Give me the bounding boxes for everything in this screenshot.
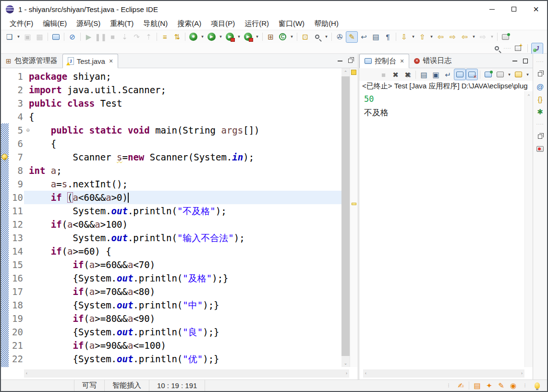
code-line[interactable]: 4{ bbox=[1, 110, 341, 123]
debug-view-icon[interactable]: ✱ bbox=[534, 105, 546, 118]
mark-occurrences-icon[interactable]: ✎ bbox=[346, 31, 358, 43]
scroll-right-icon[interactable]: › bbox=[521, 371, 523, 376]
code-line[interactable]: 10 if (a<60&&a>0) bbox=[1, 191, 341, 204]
minimize-button[interactable] bbox=[481, 1, 503, 17]
menu-item[interactable]: 项目(P) bbox=[206, 18, 240, 29]
display-selected-console-icon[interactable] bbox=[494, 69, 506, 80]
code-lines[interactable]: 1package shiyan;2import java.util.Scanne… bbox=[1, 68, 341, 367]
code-line[interactable]: 16 {System.out.println("及格");} bbox=[1, 271, 341, 285]
fold-collapse-icon[interactable]: ⊖ bbox=[26, 123, 30, 137]
code-text[interactable]: if(a>=70&&a<80) bbox=[24, 285, 341, 298]
overview-warning-marker[interactable] bbox=[352, 203, 356, 205]
show-whitespace-icon[interactable]: ¶ bbox=[382, 31, 394, 43]
maximize-view-icon[interactable] bbox=[523, 59, 528, 63]
step-over-icon[interactable]: ↷ bbox=[131, 31, 143, 43]
code-line[interactable]: 19 if(a>=80&&a<90) bbox=[1, 312, 341, 325]
scroll-down-icon[interactable]: ⌄ bbox=[341, 359, 350, 367]
code-text[interactable]: if(a>=60) { bbox=[24, 245, 341, 258]
forward-icon[interactable]: ⇨ bbox=[477, 31, 489, 43]
next-edit-location-icon[interactable]: ⇩ bbox=[398, 31, 410, 43]
new-java-project-icon[interactable]: ⊞ bbox=[265, 31, 277, 43]
back-icon[interactable]: ⇦ bbox=[459, 31, 471, 43]
close-button[interactable]: × bbox=[525, 1, 547, 17]
open-console-icon[interactable] bbox=[512, 69, 524, 80]
coverage-dropdown-icon[interactable]: ▾ bbox=[236, 31, 242, 43]
menu-item[interactable]: 文件(F) bbox=[5, 18, 38, 29]
console-vertical-scrollbar[interactable]: ⌃ bbox=[524, 91, 533, 367]
overview-ruler[interactable] bbox=[350, 68, 357, 367]
code-text[interactable]: if(a>=80&&a<90) bbox=[24, 312, 341, 325]
step-return-icon[interactable]: ⇡ bbox=[143, 31, 155, 43]
next-edit-dropdown-icon[interactable]: ▾ bbox=[410, 31, 416, 43]
open-console-dropdown-icon[interactable]: ▾ bbox=[524, 69, 531, 80]
remove-launch-icon[interactable]: ✖ bbox=[390, 69, 402, 80]
code-line[interactable]: 3public class Test bbox=[1, 97, 341, 110]
code-line[interactable]: 8int a; bbox=[1, 164, 341, 177]
learn-icon[interactable]: ✦ bbox=[483, 380, 495, 392]
new-wizard-icon[interactable]: ❏ bbox=[3, 31, 15, 43]
code-text[interactable]: public class Test bbox=[24, 97, 341, 110]
code-text[interactable]: package shiyan; bbox=[24, 70, 341, 83]
save-all-icon[interactable]: ▦ bbox=[34, 31, 46, 43]
code-line[interactable]: 15 if(a>=60&&a<70) bbox=[1, 258, 341, 271]
forward-dropdown-icon[interactable]: ▾ bbox=[489, 31, 495, 43]
maximize-view-icon[interactable] bbox=[348, 59, 353, 63]
code-line[interactable]: 14 if(a>=60) { bbox=[1, 245, 341, 258]
code-text[interactable]: Scanner s=new Scanner(System.in); bbox=[24, 150, 341, 164]
last-edit-back-icon[interactable]: ⇦ bbox=[435, 31, 447, 43]
code-line[interactable]: 5⊖ public static void main(String args[]… bbox=[1, 123, 341, 137]
tab-test-java[interactable]: J Test.java × bbox=[62, 54, 118, 68]
skip-all-breakpoints-icon[interactable]: ⊘ bbox=[66, 31, 78, 43]
close-tab-icon[interactable]: × bbox=[109, 57, 113, 65]
previous-edit-location-icon[interactable]: ⇧ bbox=[416, 31, 428, 43]
minimize-view-icon[interactable] bbox=[512, 61, 517, 61]
terminate-icon[interactable]: ■ bbox=[107, 31, 119, 43]
search-torch-icon[interactable] bbox=[311, 31, 323, 43]
display-view-icon[interactable] bbox=[534, 143, 546, 155]
new-wizard-dropdown-icon[interactable]: ▾ bbox=[15, 31, 22, 43]
code-line[interactable]: 1package shiyan; bbox=[1, 70, 341, 83]
back-dropdown-icon[interactable]: ▾ bbox=[471, 31, 477, 43]
menu-item[interactable]: 帮助(H) bbox=[309, 18, 343, 29]
scroll-up-icon[interactable]: ⌃ bbox=[341, 68, 350, 76]
open-type-icon[interactable]: ⊡ bbox=[299, 31, 311, 43]
tab-console[interactable]: 控制台 × bbox=[359, 54, 409, 68]
scroll-lock-icon[interactable]: ▣ bbox=[430, 69, 442, 80]
remove-all-terminated-icon[interactable]: ✖ bbox=[402, 69, 414, 80]
save-icon[interactable]: ▣ bbox=[22, 31, 34, 43]
new-class-dropdown-icon[interactable]: ▾ bbox=[289, 31, 295, 43]
last-edit-forward-icon[interactable]: ⇨ bbox=[447, 31, 459, 43]
show-selected-element-icon[interactable]: ↩ bbox=[358, 31, 370, 43]
block-selection-icon[interactable]: ▤ bbox=[370, 31, 382, 43]
menu-item[interactable]: 窗口(W) bbox=[274, 18, 309, 29]
code-text[interactable]: if(a<0&&a>100) bbox=[24, 218, 341, 231]
maximize-button[interactable] bbox=[503, 1, 525, 17]
terminate-icon[interactable]: ■ bbox=[378, 69, 390, 80]
code-text[interactable]: a=s.nextInt(); bbox=[24, 177, 341, 191]
scroll-right-icon[interactable]: › bbox=[346, 371, 347, 376]
menu-item[interactable]: 运行(R) bbox=[240, 18, 274, 29]
code-line[interactable]: 21 if(a>=90&&a<=100) bbox=[1, 339, 341, 352]
code-text[interactable]: { bbox=[24, 110, 341, 123]
resume-icon[interactable]: ▶ bbox=[83, 31, 95, 43]
warning-lightbulb-icon[interactable] bbox=[1, 154, 8, 160]
editor-vertical-scrollbar[interactable]: ⌃ ⌄ bbox=[341, 68, 350, 367]
code-text[interactable]: if(a>=90&&a<=100) bbox=[24, 339, 341, 352]
code-text[interactable]: { bbox=[24, 137, 341, 150]
code-line[interactable]: 17 if(a>=70&&a<80) bbox=[1, 285, 341, 298]
code-line[interactable]: 12 if(a<0&&a>100) bbox=[1, 218, 341, 231]
debug-dropdown-icon[interactable]: ▾ bbox=[199, 31, 206, 43]
code-text[interactable]: {System.out.println("及格");} bbox=[24, 271, 341, 285]
show-stdout-when-changed-icon[interactable] bbox=[454, 69, 466, 80]
menu-item[interactable]: 源码(S) bbox=[72, 18, 105, 29]
console-output[interactable]: 50不及格 ⌃ bbox=[359, 91, 533, 367]
minimize-view-icon[interactable] bbox=[338, 61, 342, 61]
menu-item[interactable]: 编辑(E) bbox=[38, 18, 72, 29]
javadoc-view-icon[interactable]: @ bbox=[534, 80, 546, 93]
new-java-class-icon[interactable]: C bbox=[277, 31, 289, 43]
code-text[interactable]: int a; bbox=[24, 164, 341, 177]
code-line[interactable]: 6 { bbox=[1, 137, 341, 150]
profile-icon[interactable]: ▶ bbox=[242, 31, 254, 43]
tips-lightbulb-icon[interactable] bbox=[531, 380, 543, 392]
clear-console-icon[interactable]: ▤ bbox=[418, 69, 430, 80]
